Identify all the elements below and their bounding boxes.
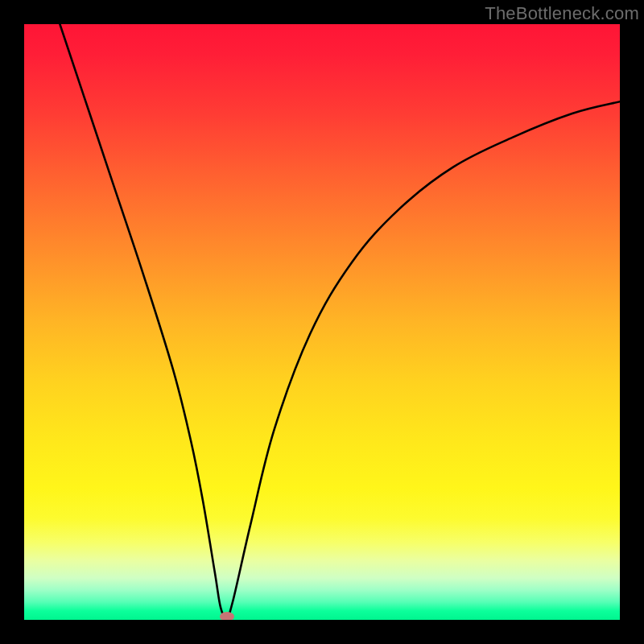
optimal-point-marker xyxy=(220,612,234,620)
curve-layer xyxy=(24,24,620,620)
watermark-text: TheBottleneck.com xyxy=(485,3,639,24)
chart-frame: TheBottleneck.com xyxy=(0,0,644,644)
bottleneck-curve xyxy=(60,24,620,617)
plot-area xyxy=(24,24,620,620)
